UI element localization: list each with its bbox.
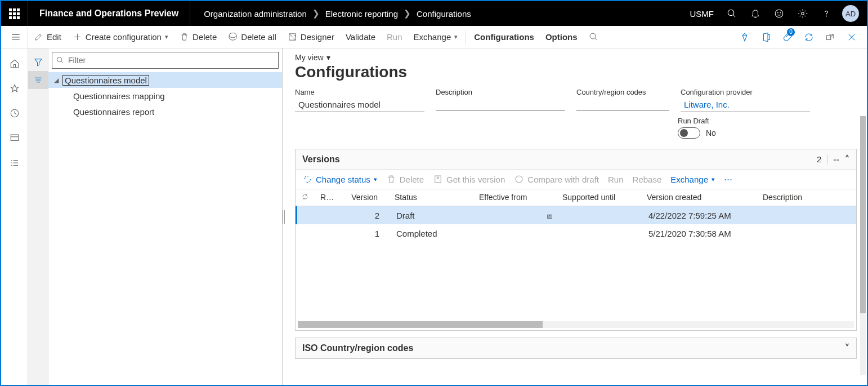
versions-toolbar: Change status ▾ Delete Get this version … <box>296 170 856 189</box>
field-value-link[interactable]: Litware, Inc. <box>681 97 810 112</box>
content-v-scrollbar[interactable] <box>860 116 866 375</box>
change-status-button[interactable]: Change status ▾ <box>302 174 377 184</box>
rebase-label: Rebase <box>633 175 662 184</box>
tree-filter[interactable] <box>52 52 279 69</box>
more-button[interactable]: ⋯ <box>724 174 732 184</box>
refresh-button[interactable] <box>799 26 818 48</box>
col-version[interactable]: Version <box>337 189 389 206</box>
waffle-button[interactable] <box>1 1 28 26</box>
field-value[interactable] <box>436 97 565 111</box>
funnel-icon <box>33 57 43 67</box>
cmd-search-button[interactable] <box>583 26 604 48</box>
gear-icon <box>798 8 808 19</box>
svg-rect-19 <box>11 135 19 141</box>
col-status[interactable]: Status <box>389 189 473 206</box>
versions-panel: Versions 2 -- ˄ Change status ▾ Delete <box>295 149 857 331</box>
panel-dashes: -- <box>827 154 839 165</box>
breadcrumb-item[interactable]: Configurations <box>417 9 471 19</box>
diamond-icon <box>740 32 750 42</box>
chevron-down-icon: ▾ <box>712 176 715 183</box>
grid-h-scrollbar[interactable] <box>298 321 854 328</box>
nav-workspaces[interactable] <box>1 127 28 149</box>
field-country: Country/region codes <box>576 88 669 112</box>
view-selector[interactable]: My view ▾ <box>295 53 857 62</box>
search-icon <box>56 56 65 66</box>
page-title: Configurations <box>295 63 857 81</box>
open-in-office-button[interactable] <box>757 26 776 48</box>
close-button[interactable] <box>842 26 861 48</box>
col-created[interactable]: Version created <box>641 189 757 206</box>
chevron-up-icon[interactable]: ˄ <box>845 154 849 165</box>
compare-icon <box>514 174 524 184</box>
field-value[interactable]: Questionnaires model <box>295 97 424 112</box>
versions-panel-header[interactable]: Versions 2 -- ˄ <box>296 149 856 170</box>
cell-effective: 📅︎ <box>475 207 558 224</box>
get-version-icon <box>433 174 443 184</box>
field-value[interactable] <box>576 97 669 111</box>
options-button[interactable]: Options <box>540 26 583 48</box>
rundraft-toggle[interactable] <box>678 127 700 139</box>
cell-version: 2 <box>339 207 391 224</box>
svg-point-0 <box>728 10 734 16</box>
breadcrumb-item[interactable]: Organization administration <box>204 9 307 19</box>
iso-panel-header[interactable]: ISO Country/region codes ˅ <box>296 338 856 358</box>
col-effective[interactable]: Effective from <box>473 189 557 206</box>
help-button[interactable] <box>815 1 838 26</box>
edit-label: Edit <box>47 32 61 42</box>
tree-item-child[interactable]: Questionnaires mapping <box>48 88 282 104</box>
nav-favorites[interactable] <box>1 78 28 99</box>
designer-button[interactable]: Designer <box>282 26 340 48</box>
avatar[interactable]: AD <box>842 5 859 22</box>
configurations-label: Configurations <box>474 32 534 42</box>
settings-button[interactable] <box>791 1 814 26</box>
smiley-icon <box>774 8 784 19</box>
expander-icon[interactable]: ◢ <box>54 77 63 84</box>
plus-icon <box>73 32 82 42</box>
cell-created: 5/21/2020 7:30:58 AM <box>643 225 759 242</box>
nav-recent[interactable] <box>1 103 28 124</box>
delete-button[interactable]: Delete <box>174 26 222 48</box>
attachments-button[interactable]: 0 <box>778 26 797 48</box>
grid-row[interactable]: 2Draft📅︎4/22/2022 7:59:25 AM <box>296 206 856 224</box>
search-button[interactable] <box>721 1 743 26</box>
command-bar: Edit Create configuration ▾ Delete Delet… <box>1 26 867 48</box>
grid-refresh-header[interactable] <box>296 189 315 206</box>
rebase-button: Rebase <box>633 175 662 184</box>
delete-all-label: Delete all <box>241 32 276 42</box>
create-config-button[interactable]: Create configuration ▾ <box>67 26 174 48</box>
nav-home[interactable] <box>1 53 28 74</box>
version-delete-button: Delete <box>386 174 424 184</box>
tree-filter-input[interactable] <box>68 56 278 65</box>
col-until[interactable]: Supported until <box>557 189 641 206</box>
tree-item-child[interactable]: Questionnaires report <box>48 104 282 119</box>
run-button: Run <box>381 26 408 48</box>
popout-button[interactable] <box>821 26 840 48</box>
edit-button[interactable]: Edit <box>28 26 67 48</box>
diamond-button[interactable] <box>735 26 754 48</box>
chevron-down-icon[interactable]: ˅ <box>845 343 849 353</box>
grid-row[interactable]: 1Completed5/21/2020 7:30:58 AM <box>296 224 856 242</box>
version-exchange-button[interactable]: Exchange ▾ <box>670 175 715 184</box>
filter-lines-button[interactable] <box>28 71 48 89</box>
field-label: Description <box>436 88 565 96</box>
filter-funnel-button[interactable] <box>28 53 48 71</box>
configurations-button[interactable]: Configurations <box>468 26 540 48</box>
company-code[interactable]: USMF <box>684 9 720 19</box>
col-r[interactable]: R… <box>315 189 337 206</box>
feedback-button[interactable] <box>768 1 790 26</box>
svg-line-31 <box>61 61 62 63</box>
exchange-button[interactable]: Exchange ▾ <box>408 26 464 48</box>
refresh-icon <box>301 193 309 201</box>
notifications-button[interactable] <box>744 1 767 26</box>
col-description[interactable]: Description <box>757 189 856 206</box>
svg-point-4 <box>780 12 781 13</box>
cell-description <box>759 230 856 237</box>
breadcrumb-item[interactable]: Electronic reporting <box>325 9 398 19</box>
delete-all-button[interactable]: Delete all <box>222 26 282 48</box>
tree-item-root[interactable]: ◢ Questionnaires model <box>48 72 282 88</box>
nav-toggle-button[interactable] <box>3 26 28 48</box>
trash-icon <box>386 174 396 184</box>
nav-modules[interactable] <box>1 152 28 174</box>
version-run-label: Run <box>608 175 624 184</box>
validate-button[interactable]: Validate <box>340 26 381 48</box>
